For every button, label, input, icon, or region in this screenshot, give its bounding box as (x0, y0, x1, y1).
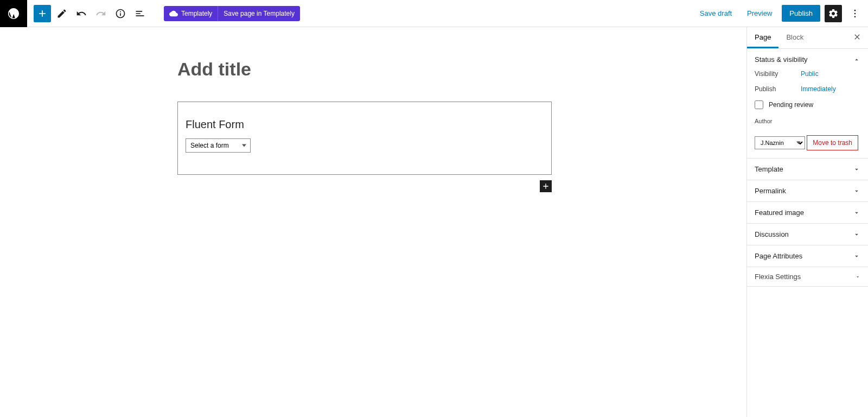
pending-review-label: Pending review (769, 101, 813, 109)
fluent-form-block[interactable]: Fluent Form Select a form (177, 102, 552, 175)
panel-discussion-label: Discussion (755, 230, 789, 238)
preview-button[interactable]: Preview (742, 6, 777, 21)
chevron-down-icon (853, 187, 860, 195)
wordpress-logo[interactable] (0, 0, 27, 27)
add-block-toggle-button[interactable] (34, 5, 51, 22)
panel-flexia-label: Flexia Settings (755, 273, 801, 281)
panel-status-visibility-header[interactable]: Status & visibility (747, 49, 868, 70)
chevron-up-icon (853, 56, 860, 64)
tab-page[interactable]: Page (747, 27, 778, 48)
visibility-label: Visibility (755, 70, 801, 78)
templately-button[interactable]: Templately (164, 6, 218, 21)
settings-sidebar: Page Block Status & visibility Visibilit… (746, 27, 868, 417)
panel-page-attributes-label: Page Attributes (755, 252, 802, 260)
settings-toggle-button[interactable] (825, 5, 842, 22)
post-title-input[interactable] (177, 54, 552, 84)
move-to-trash-button[interactable]: Move to trash (807, 135, 858, 150)
editor-canvas[interactable]: Fluent Form Select a form (0, 27, 746, 417)
plus-icon (541, 182, 550, 191)
info-button[interactable] (112, 5, 129, 22)
outline-button[interactable] (131, 5, 149, 22)
close-icon (853, 33, 861, 41)
svg-point-1 (854, 12, 856, 14)
panel-featured-image-header[interactable]: Featured image (747, 202, 868, 223)
chevron-down-icon (853, 231, 860, 238)
close-sidebar-button[interactable] (846, 33, 868, 43)
author-label: Author (755, 118, 860, 124)
append-block-button[interactable] (540, 180, 552, 192)
pending-review-checkbox[interactable] (755, 100, 763, 109)
panel-flexia-header[interactable]: Flexia Settings (747, 267, 868, 287)
publish-label: Publish (755, 85, 801, 93)
more-menu-button[interactable] (846, 5, 864, 22)
undo-button[interactable] (73, 5, 90, 22)
redo-button (92, 5, 110, 22)
chevron-down-icon (853, 209, 860, 217)
author-select[interactable]: J.Naznin (755, 136, 805, 149)
publish-value[interactable]: Immediately (801, 85, 836, 93)
triangle-down-icon (855, 274, 860, 280)
panel-permalink-label: Permalink (755, 187, 786, 195)
panel-status-visibility-label: Status & visibility (755, 55, 808, 64)
visibility-value[interactable]: Public (801, 70, 819, 78)
save-draft-button[interactable]: Save draft (694, 6, 737, 21)
svg-point-2 (854, 16, 856, 17)
panel-discussion-header[interactable]: Discussion (747, 224, 868, 245)
publish-button[interactable]: Publish (782, 5, 820, 22)
panel-template-header[interactable]: Template (747, 159, 868, 180)
save-in-templately-button[interactable]: Save page in Templately (218, 6, 300, 21)
form-select[interactable]: Select a form (186, 138, 251, 153)
templately-cloud-icon (169, 9, 178, 18)
tab-block[interactable]: Block (778, 27, 811, 48)
chevron-down-icon (853, 252, 860, 260)
panel-featured-image-label: Featured image (755, 208, 804, 217)
block-heading: Fluent Form (186, 118, 544, 131)
save-in-templately-label: Save page in Templately (224, 10, 295, 17)
svg-point-0 (854, 9, 856, 11)
panel-permalink-header[interactable]: Permalink (747, 180, 868, 201)
templately-label: Templately (181, 10, 212, 17)
panel-template-label: Template (755, 165, 783, 173)
chevron-down-icon (853, 166, 860, 173)
panel-page-attributes-header[interactable]: Page Attributes (747, 245, 868, 267)
tools-button[interactable] (53, 5, 71, 22)
